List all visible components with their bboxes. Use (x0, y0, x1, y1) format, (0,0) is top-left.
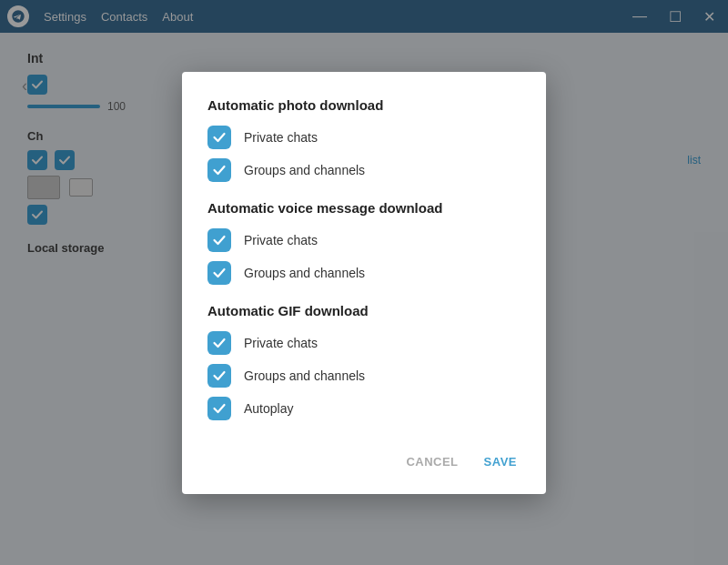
voice-groups-checkbox[interactable] (207, 261, 231, 285)
photo-private-chats-checkbox[interactable] (207, 126, 231, 149)
gif-groups-label: Groups and channels (244, 368, 365, 383)
photo-private-chats-row: Private chats (207, 126, 521, 149)
gif-private-chats-checkbox[interactable] (207, 331, 231, 355)
photo-groups-label: Groups and channels (244, 163, 365, 177)
voice-private-chats-checkbox[interactable] (207, 228, 231, 252)
modal-footer: CANCEL SAVE (207, 439, 521, 476)
photo-download-section: Automatic photo download Private chats G… (207, 97, 521, 182)
voice-download-section: Automatic voice message download Private… (207, 200, 521, 285)
gif-download-title: Automatic GIF download (207, 303, 521, 318)
voice-download-title: Automatic voice message download (207, 200, 521, 216)
gif-private-chats-row: Private chats (207, 331, 521, 355)
voice-groups-row: Groups and channels (207, 261, 521, 285)
modal-overlay: Automatic photo download Private chats G… (0, 0, 728, 565)
photo-download-title: Automatic photo download (207, 97, 521, 113)
voice-private-chats-label: Private chats (244, 233, 318, 247)
gif-download-section: Automatic GIF download Private chats Gro… (207, 303, 521, 420)
photo-groups-row: Groups and channels (207, 158, 521, 182)
voice-private-chats-row: Private chats (207, 228, 521, 252)
gif-autoplay-label: Autoplay (244, 401, 293, 416)
gif-groups-row: Groups and channels (207, 364, 521, 388)
download-settings-modal: Automatic photo download Private chats G… (182, 72, 546, 494)
gif-autoplay-checkbox[interactable] (207, 397, 231, 420)
gif-groups-checkbox[interactable] (207, 364, 231, 388)
cancel-button[interactable]: CANCEL (402, 448, 461, 476)
gif-private-chats-label: Private chats (244, 336, 318, 350)
save-button[interactable]: SAVE (480, 448, 521, 476)
photo-private-chats-label: Private chats (244, 130, 318, 145)
gif-autoplay-row: Autoplay (207, 397, 521, 420)
voice-groups-label: Groups and channels (244, 266, 365, 280)
photo-groups-checkbox[interactable] (207, 158, 231, 182)
